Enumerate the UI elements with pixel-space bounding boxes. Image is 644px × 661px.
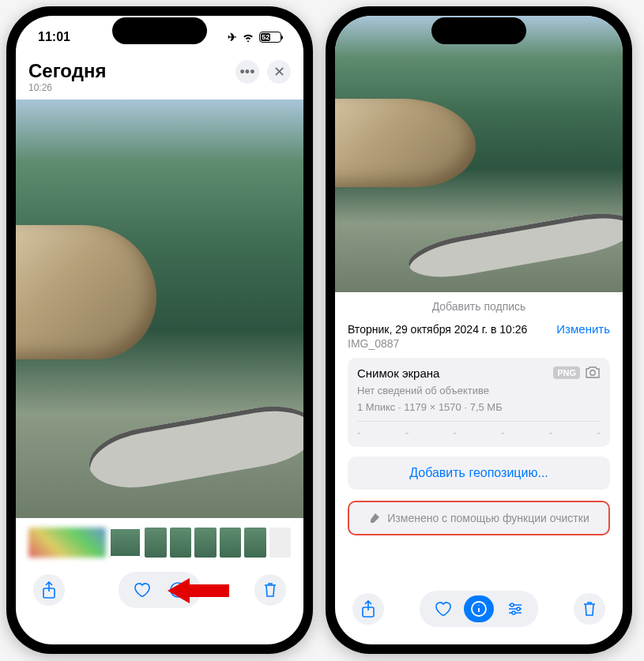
photo-date: Вторник, 29 октября 2024 г. в 10:26 xyxy=(348,323,527,336)
photo-header: Сегодня 10:26 ••• ✕ xyxy=(16,58,303,100)
svg-point-3 xyxy=(590,370,595,375)
screen-right: Добавить подпись Вторник, 29 октября 202… xyxy=(335,16,623,644)
trash-icon xyxy=(262,581,278,599)
edit-date-button[interactable]: Изменить xyxy=(556,322,610,336)
favorite-button[interactable] xyxy=(427,595,458,622)
dynamic-island xyxy=(431,17,526,44)
camera-detect-icon xyxy=(585,366,601,380)
caption-field[interactable]: Добавить подпись xyxy=(335,292,623,321)
size-info: 1 Мпикс · 1179 × 1570 · 7,5 МБ xyxy=(357,401,601,413)
thumbnail[interactable] xyxy=(170,528,191,558)
info-button[interactable] xyxy=(163,576,193,603)
close-icon: ✕ xyxy=(273,63,285,81)
svg-point-8 xyxy=(512,611,515,614)
heart-icon xyxy=(434,601,451,617)
more-button[interactable]: ••• xyxy=(235,60,259,84)
battery-level: 52 xyxy=(261,33,270,41)
share-icon xyxy=(360,600,376,618)
svg-point-6 xyxy=(510,603,514,607)
favorite-button[interactable] xyxy=(126,576,156,603)
thumbnail[interactable] xyxy=(220,528,241,558)
trash-icon xyxy=(582,600,597,618)
format-badge: PNG xyxy=(553,366,580,379)
header-title: Сегодня xyxy=(28,60,106,82)
info-button[interactable] xyxy=(464,595,494,622)
thumbnail[interactable] xyxy=(269,528,291,558)
delete-button[interactable] xyxy=(254,574,286,606)
thumbnail[interactable] xyxy=(244,528,266,558)
photo-filename: IMG_0887 xyxy=(348,337,610,350)
thumbnail-selected[interactable] xyxy=(109,528,141,558)
info-icon xyxy=(169,581,186,599)
share-button[interactable] xyxy=(33,574,65,606)
bottom-toolbar xyxy=(335,583,623,644)
status-right: ✈︎ 52 xyxy=(228,31,281,43)
status-time: 11:01 xyxy=(38,30,70,44)
share-button[interactable] xyxy=(352,593,384,625)
info-panel: Вторник, 29 октября 2024 г. в 10:26 Изме… xyxy=(335,321,623,491)
bottom-toolbar xyxy=(16,564,303,625)
metadata-title: Снимок экрана xyxy=(357,366,439,380)
screen-left: 11:01 ✈︎ 52 Сегодня 10:26 ••• xyxy=(16,16,303,644)
close-button[interactable]: ✕ xyxy=(267,60,291,84)
svg-point-7 xyxy=(517,607,520,610)
heart-icon xyxy=(133,582,150,598)
phone-left: 11:01 ✈︎ 52 Сегодня 10:26 ••• xyxy=(6,6,313,654)
thumbnail-strip[interactable] xyxy=(16,518,303,564)
delete-button[interactable] xyxy=(574,593,605,625)
lens-info: Нет сведений об объективе xyxy=(357,385,601,396)
eraser-icon xyxy=(368,512,381,524)
thumbnail[interactable] xyxy=(28,528,106,558)
header-subtitle: 10:26 xyxy=(28,82,106,93)
cleanup-notice: Изменено с помощью функции очистки xyxy=(348,501,610,535)
ellipsis-icon: ••• xyxy=(240,64,255,81)
phone-right: Добавить подпись Вторник, 29 октября 202… xyxy=(326,6,632,654)
thumbnail[interactable] xyxy=(194,528,216,558)
metadata-card: Снимок экрана PNG Нет сведений об объект… xyxy=(348,358,610,447)
photo-preview[interactable] xyxy=(16,100,303,518)
exif-ticks: - - - - - - xyxy=(357,421,601,439)
cleanup-text: Изменено с помощью функции очистки xyxy=(387,512,589,524)
airplane-icon: ✈︎ xyxy=(228,31,237,43)
battery-icon: 52 xyxy=(259,32,281,43)
thumbnail[interactable] xyxy=(145,528,166,558)
share-icon xyxy=(41,581,57,599)
info-icon xyxy=(470,600,488,618)
photo-preview[interactable] xyxy=(335,16,623,292)
dynamic-island xyxy=(112,17,207,44)
adjust-button[interactable] xyxy=(500,595,530,622)
sliders-icon xyxy=(507,601,524,617)
add-location-button[interactable]: Добавить геопозицию... xyxy=(348,456,610,490)
wifi-icon xyxy=(242,32,254,42)
